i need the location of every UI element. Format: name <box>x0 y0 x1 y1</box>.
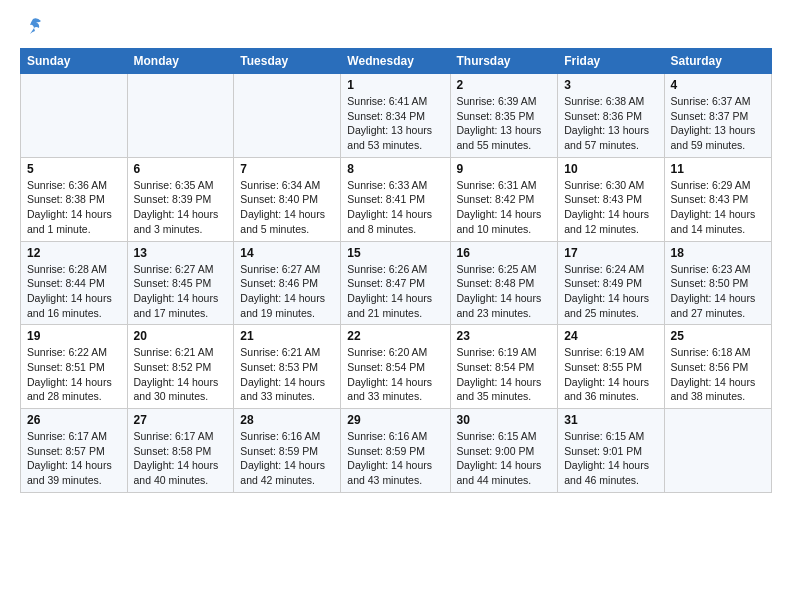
week-row-3: 19Sunrise: 6:22 AM Sunset: 8:51 PM Dayli… <box>21 325 772 409</box>
day-cell-23: 23Sunrise: 6:19 AM Sunset: 8:54 PM Dayli… <box>450 325 558 409</box>
day-info: Sunrise: 6:34 AM Sunset: 8:40 PM Dayligh… <box>240 178 334 237</box>
day-number: 7 <box>240 162 334 176</box>
day-number: 21 <box>240 329 334 343</box>
day-info: Sunrise: 6:16 AM Sunset: 8:59 PM Dayligh… <box>240 429 334 488</box>
day-number: 4 <box>671 78 765 92</box>
day-number: 26 <box>27 413 121 427</box>
day-number: 31 <box>564 413 657 427</box>
day-info: Sunrise: 6:23 AM Sunset: 8:50 PM Dayligh… <box>671 262 765 321</box>
day-info: Sunrise: 6:28 AM Sunset: 8:44 PM Dayligh… <box>27 262 121 321</box>
day-info: Sunrise: 6:27 AM Sunset: 8:46 PM Dayligh… <box>240 262 334 321</box>
day-cell-24: 24Sunrise: 6:19 AM Sunset: 8:55 PM Dayli… <box>558 325 664 409</box>
day-cell-13: 13Sunrise: 6:27 AM Sunset: 8:45 PM Dayli… <box>127 241 234 325</box>
day-info: Sunrise: 6:27 AM Sunset: 8:45 PM Dayligh… <box>134 262 228 321</box>
day-info: Sunrise: 6:29 AM Sunset: 8:43 PM Dayligh… <box>671 178 765 237</box>
day-number: 30 <box>457 413 552 427</box>
day-cell-18: 18Sunrise: 6:23 AM Sunset: 8:50 PM Dayli… <box>664 241 771 325</box>
day-info: Sunrise: 6:41 AM Sunset: 8:34 PM Dayligh… <box>347 94 443 153</box>
day-info: Sunrise: 6:20 AM Sunset: 8:54 PM Dayligh… <box>347 345 443 404</box>
day-number: 22 <box>347 329 443 343</box>
day-cell-11: 11Sunrise: 6:29 AM Sunset: 8:43 PM Dayli… <box>664 157 771 241</box>
day-info: Sunrise: 6:36 AM Sunset: 8:38 PM Dayligh… <box>27 178 121 237</box>
day-cell-19: 19Sunrise: 6:22 AM Sunset: 8:51 PM Dayli… <box>21 325 128 409</box>
header-thursday: Thursday <box>450 49 558 74</box>
day-number: 5 <box>27 162 121 176</box>
day-number: 14 <box>240 246 334 260</box>
day-number: 2 <box>457 78 552 92</box>
day-info: Sunrise: 6:21 AM Sunset: 8:53 PM Dayligh… <box>240 345 334 404</box>
week-row-1: 5Sunrise: 6:36 AM Sunset: 8:38 PM Daylig… <box>21 157 772 241</box>
day-cell-5: 5Sunrise: 6:36 AM Sunset: 8:38 PM Daylig… <box>21 157 128 241</box>
day-info: Sunrise: 6:17 AM Sunset: 8:58 PM Dayligh… <box>134 429 228 488</box>
header <box>20 16 772 38</box>
day-info: Sunrise: 6:18 AM Sunset: 8:56 PM Dayligh… <box>671 345 765 404</box>
day-number: 6 <box>134 162 228 176</box>
day-number: 19 <box>27 329 121 343</box>
day-cell-9: 9Sunrise: 6:31 AM Sunset: 8:42 PM Daylig… <box>450 157 558 241</box>
day-cell-27: 27Sunrise: 6:17 AM Sunset: 8:58 PM Dayli… <box>127 409 234 493</box>
day-number: 15 <box>347 246 443 260</box>
day-cell-3: 3Sunrise: 6:38 AM Sunset: 8:36 PM Daylig… <box>558 74 664 158</box>
day-number: 16 <box>457 246 552 260</box>
header-monday: Monday <box>127 49 234 74</box>
day-cell-10: 10Sunrise: 6:30 AM Sunset: 8:43 PM Dayli… <box>558 157 664 241</box>
empty-cell <box>234 74 341 158</box>
day-info: Sunrise: 6:26 AM Sunset: 8:47 PM Dayligh… <box>347 262 443 321</box>
header-wednesday: Wednesday <box>341 49 450 74</box>
day-info: Sunrise: 6:24 AM Sunset: 8:49 PM Dayligh… <box>564 262 657 321</box>
day-info: Sunrise: 6:35 AM Sunset: 8:39 PM Dayligh… <box>134 178 228 237</box>
day-cell-6: 6Sunrise: 6:35 AM Sunset: 8:39 PM Daylig… <box>127 157 234 241</box>
day-number: 9 <box>457 162 552 176</box>
day-number: 12 <box>27 246 121 260</box>
day-number: 28 <box>240 413 334 427</box>
day-info: Sunrise: 6:39 AM Sunset: 8:35 PM Dayligh… <box>457 94 552 153</box>
day-info: Sunrise: 6:25 AM Sunset: 8:48 PM Dayligh… <box>457 262 552 321</box>
header-saturday: Saturday <box>664 49 771 74</box>
day-info: Sunrise: 6:30 AM Sunset: 8:43 PM Dayligh… <box>564 178 657 237</box>
header-sunday: Sunday <box>21 49 128 74</box>
calendar-table: SundayMondayTuesdayWednesdayThursdayFrid… <box>20 48 772 493</box>
empty-cell <box>127 74 234 158</box>
page: SundayMondayTuesdayWednesdayThursdayFrid… <box>0 0 792 503</box>
day-number: 27 <box>134 413 228 427</box>
day-cell-31: 31Sunrise: 6:15 AM Sunset: 9:01 PM Dayli… <box>558 409 664 493</box>
day-cell-2: 2Sunrise: 6:39 AM Sunset: 8:35 PM Daylig… <box>450 74 558 158</box>
day-cell-14: 14Sunrise: 6:27 AM Sunset: 8:46 PM Dayli… <box>234 241 341 325</box>
day-info: Sunrise: 6:16 AM Sunset: 8:59 PM Dayligh… <box>347 429 443 488</box>
day-number: 3 <box>564 78 657 92</box>
day-cell-1: 1Sunrise: 6:41 AM Sunset: 8:34 PM Daylig… <box>341 74 450 158</box>
day-cell-30: 30Sunrise: 6:15 AM Sunset: 9:00 PM Dayli… <box>450 409 558 493</box>
day-cell-16: 16Sunrise: 6:25 AM Sunset: 8:48 PM Dayli… <box>450 241 558 325</box>
day-info: Sunrise: 6:31 AM Sunset: 8:42 PM Dayligh… <box>457 178 552 237</box>
week-row-0: 1Sunrise: 6:41 AM Sunset: 8:34 PM Daylig… <box>21 74 772 158</box>
day-info: Sunrise: 6:17 AM Sunset: 8:57 PM Dayligh… <box>27 429 121 488</box>
day-cell-25: 25Sunrise: 6:18 AM Sunset: 8:56 PM Dayli… <box>664 325 771 409</box>
day-cell-8: 8Sunrise: 6:33 AM Sunset: 8:41 PM Daylig… <box>341 157 450 241</box>
day-cell-17: 17Sunrise: 6:24 AM Sunset: 8:49 PM Dayli… <box>558 241 664 325</box>
day-number: 25 <box>671 329 765 343</box>
header-row: SundayMondayTuesdayWednesdayThursdayFrid… <box>21 49 772 74</box>
day-number: 29 <box>347 413 443 427</box>
day-info: Sunrise: 6:19 AM Sunset: 8:55 PM Dayligh… <box>564 345 657 404</box>
day-cell-29: 29Sunrise: 6:16 AM Sunset: 8:59 PM Dayli… <box>341 409 450 493</box>
day-info: Sunrise: 6:22 AM Sunset: 8:51 PM Dayligh… <box>27 345 121 404</box>
day-info: Sunrise: 6:19 AM Sunset: 8:54 PM Dayligh… <box>457 345 552 404</box>
empty-cell <box>21 74 128 158</box>
day-cell-7: 7Sunrise: 6:34 AM Sunset: 8:40 PM Daylig… <box>234 157 341 241</box>
day-cell-21: 21Sunrise: 6:21 AM Sunset: 8:53 PM Dayli… <box>234 325 341 409</box>
week-row-2: 12Sunrise: 6:28 AM Sunset: 8:44 PM Dayli… <box>21 241 772 325</box>
day-info: Sunrise: 6:21 AM Sunset: 8:52 PM Dayligh… <box>134 345 228 404</box>
day-number: 11 <box>671 162 765 176</box>
header-friday: Friday <box>558 49 664 74</box>
empty-cell <box>664 409 771 493</box>
day-number: 8 <box>347 162 443 176</box>
day-info: Sunrise: 6:37 AM Sunset: 8:37 PM Dayligh… <box>671 94 765 153</box>
day-number: 23 <box>457 329 552 343</box>
day-cell-15: 15Sunrise: 6:26 AM Sunset: 8:47 PM Dayli… <box>341 241 450 325</box>
day-number: 13 <box>134 246 228 260</box>
day-number: 18 <box>671 246 765 260</box>
day-cell-22: 22Sunrise: 6:20 AM Sunset: 8:54 PM Dayli… <box>341 325 450 409</box>
logo-bird-icon <box>22 16 44 38</box>
day-info: Sunrise: 6:38 AM Sunset: 8:36 PM Dayligh… <box>564 94 657 153</box>
day-cell-4: 4Sunrise: 6:37 AM Sunset: 8:37 PM Daylig… <box>664 74 771 158</box>
